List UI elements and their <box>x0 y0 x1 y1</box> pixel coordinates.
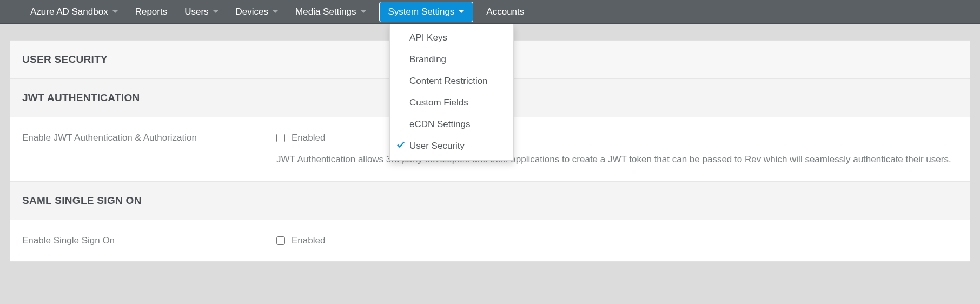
nav-item-reports[interactable]: Reports <box>127 1 176 23</box>
dropdown-item-branding[interactable]: Branding <box>390 49 513 70</box>
nav-item-devices[interactable]: Devices <box>227 1 287 23</box>
nav-item-label: Reports <box>135 6 168 17</box>
saml-enabled-checkbox[interactable] <box>276 236 285 245</box>
system-settings-dropdown: API Keys Branding Content Restriction Cu… <box>389 24 514 161</box>
jwt-enabled-checkbox-label: Enabled <box>292 133 325 143</box>
caret-down-icon <box>213 10 218 13</box>
nav-item-label: Accounts <box>486 6 524 17</box>
dropdown-item-ecdn-settings[interactable]: eCDN Settings <box>390 114 513 135</box>
dropdown-item-label: Branding <box>409 54 446 65</box>
nav-item-label: Users <box>184 6 208 17</box>
caret-down-icon <box>459 10 464 13</box>
caret-down-icon <box>112 10 118 13</box>
jwt-help-text: JWT Authentication allows 3rd party deve… <box>276 153 958 166</box>
saml-enable-label: Enable Single Sign On <box>22 235 276 246</box>
dropdown-item-label: API Keys <box>409 32 447 43</box>
saml-enabled-checkbox-row[interactable]: Enabled <box>276 235 958 246</box>
dropdown-item-label: User Security <box>409 141 465 151</box>
saml-section-body: Enable Single Sign On Enabled <box>10 220 970 261</box>
nav-item-label: Azure AD Sandbox <box>30 6 108 17</box>
nav-item-media-settings[interactable]: Media Settings <box>287 1 374 23</box>
caret-down-icon <box>273 10 278 13</box>
dropdown-item-content-restriction[interactable]: Content Restriction <box>390 70 513 92</box>
saml-section-header: SAML SINGLE SIGN ON <box>10 182 970 220</box>
caret-down-icon <box>361 10 366 13</box>
nav-item-label: System Settings <box>388 6 455 17</box>
nav-item-azure-ad-sandbox[interactable]: Azure AD Sandbox <box>22 1 127 23</box>
nav-item-label: Devices <box>236 6 268 17</box>
jwt-enable-label: Enable JWT Authentication & Authorizatio… <box>22 133 276 143</box>
saml-enabled-checkbox-label: Enabled <box>292 235 325 246</box>
dropdown-item-user-security[interactable]: User Security <box>390 135 513 157</box>
jwt-enabled-checkbox[interactable] <box>276 134 285 142</box>
top-navbar: Azure AD Sandbox Reports Users Devices M… <box>0 0 980 24</box>
dropdown-item-label: Custom Fields <box>409 97 468 108</box>
checkmark-icon <box>396 141 405 152</box>
nav-item-label: Media Settings <box>295 6 356 17</box>
saml-control-column: Enabled <box>276 235 958 246</box>
dropdown-item-label: eCDN Settings <box>409 119 470 130</box>
dropdown-item-custom-fields[interactable]: Custom Fields <box>390 92 513 114</box>
dropdown-item-api-keys[interactable]: API Keys <box>390 27 513 49</box>
jwt-control-column: Enabled JWT Authentication allows 3rd pa… <box>276 133 958 166</box>
nav-item-system-settings[interactable]: System Settings <box>379 2 474 22</box>
nav-item-accounts[interactable]: Accounts <box>478 1 533 23</box>
nav-item-users[interactable]: Users <box>176 1 227 23</box>
jwt-enabled-checkbox-row[interactable]: Enabled <box>276 133 958 143</box>
dropdown-item-label: Content Restriction <box>409 76 488 87</box>
